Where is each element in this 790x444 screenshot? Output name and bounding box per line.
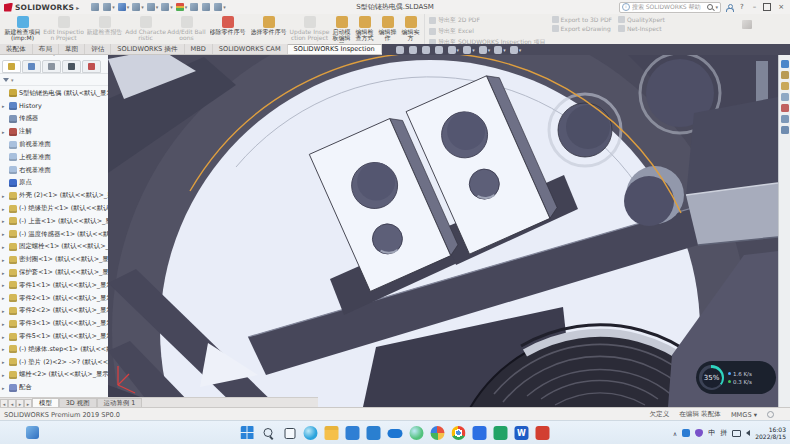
ime-mode-indicator[interactable]: 中 bbox=[708, 428, 715, 438]
tree-item[interactable]: ▸ (-) 上盖<1> (默认<<默认>_显示状 bbox=[0, 215, 108, 228]
forum-icon[interactable] bbox=[781, 126, 789, 134]
edit-measure-button[interactable]: 编辑实方 bbox=[399, 15, 422, 43]
expand-arrow-icon[interactable]: ▸ bbox=[2, 257, 7, 263]
display-style-icon[interactable]: ▾ bbox=[463, 46, 475, 54]
appearances-icon[interactable] bbox=[781, 104, 789, 112]
start-button[interactable] bbox=[241, 426, 255, 440]
featuremanager-tab[interactable] bbox=[2, 60, 21, 73]
expand-arrow-icon[interactable]: ▸ bbox=[2, 334, 7, 340]
search-icon[interactable] bbox=[707, 4, 713, 10]
tree-item[interactable]: ▸ 零件2<1> (默认<<默认>_显示状 bbox=[0, 292, 108, 305]
app-icon-teal[interactable] bbox=[494, 426, 508, 440]
tree-item[interactable]: ▸ 保护套<1> (默认<<默认>_显示状 bbox=[0, 266, 108, 279]
propertymanager-tab[interactable] bbox=[22, 60, 41, 73]
tree-item[interactable]: 原点 bbox=[0, 177, 108, 190]
tree-item[interactable]: ▸ 注解 bbox=[0, 125, 108, 138]
cast-icon[interactable] bbox=[732, 430, 741, 437]
select-balloons-button[interactable]: 选择零件序号 bbox=[248, 15, 289, 43]
command-tab[interactable]: SOLIDWORKS CAM bbox=[213, 44, 288, 54]
command-tab[interactable]: SOLIDWORKS Inspection bbox=[288, 44, 382, 54]
expand-arrow-icon[interactable]: ▸ bbox=[2, 359, 7, 365]
tree-item[interactable]: ▸ (-) 绝缘垫片<1> (默认<<默认>_显 bbox=[0, 202, 108, 215]
remove-balloons-button[interactable]: 移除零件序号 bbox=[207, 15, 248, 43]
tree-item[interactable]: 上视基准面 bbox=[0, 151, 108, 164]
tree-item[interactable]: ▸ 配合 bbox=[0, 381, 108, 394]
tree-item[interactable]: ▸ (-) 温度传感器<1> (默认<<默认>_ bbox=[0, 228, 108, 241]
expand-arrow-icon[interactable]: ▸ bbox=[2, 282, 7, 288]
home-icon[interactable] bbox=[91, 3, 100, 11]
expand-arrow-icon[interactable]: ▸ bbox=[2, 129, 7, 135]
command-tab[interactable]: SOLIDWORKS 插件 bbox=[111, 44, 184, 54]
expand-arrow-icon[interactable]: ▸ bbox=[2, 206, 7, 212]
hide-show-items-icon[interactable]: ▾ bbox=[479, 46, 491, 54]
tree-item[interactable]: ▸ 零件1<1> (默认<<默认>_显示状态 bbox=[0, 279, 108, 292]
tree-item[interactable]: ▸ 固定螺栓<1> (默认<<默认>_显示 bbox=[0, 241, 108, 254]
tree-item[interactable]: ▸ 零件2<2> (默认<<默认>_显示状 bbox=[0, 305, 108, 318]
dimxpertmanager-tab[interactable] bbox=[62, 60, 81, 73]
print-icon[interactable]: ▾ bbox=[147, 3, 159, 11]
edit-inspection-project-button[interactable]: Edit Inspection Project bbox=[43, 15, 84, 43]
section-view-icon[interactable] bbox=[422, 46, 431, 54]
expand-arrow-icon[interactable]: ▸ bbox=[2, 193, 7, 199]
graphics-viewport[interactable]: 35% 1.6 K/s 0.3 K/s bbox=[108, 55, 778, 407]
command-tab[interactable]: MBD bbox=[185, 44, 213, 54]
export-menu-item[interactable]: 导出至 2D PDF bbox=[429, 16, 546, 25]
close-button[interactable]: × bbox=[776, 3, 786, 11]
open-icon[interactable]: ▾ bbox=[118, 3, 130, 11]
performance-widget[interactable]: 35% 1.6 K/s 0.3 K/s bbox=[696, 361, 776, 394]
taskbar-clock[interactable]: 16:03 2022/8/15 bbox=[755, 426, 786, 440]
new-inspection-report-button[interactable]: 新建检查报告 bbox=[84, 15, 125, 43]
zoom-area-icon[interactable] bbox=[409, 46, 418, 54]
resources-icon[interactable] bbox=[781, 60, 789, 68]
design-library-icon[interactable] bbox=[781, 71, 789, 79]
tray-expand-icon[interactable]: ∧ bbox=[673, 430, 677, 437]
file-properties-icon[interactable] bbox=[202, 3, 211, 11]
save-icon[interactable]: ▾ bbox=[132, 3, 144, 11]
tray-shield-icon[interactable] bbox=[695, 429, 703, 437]
export-menu-item[interactable]: 导出至 Excel bbox=[429, 27, 546, 36]
expand-arrow-icon[interactable]: ▸ bbox=[2, 244, 7, 250]
configurationmanager-tab[interactable] bbox=[42, 60, 61, 73]
help-button[interactable]: ? bbox=[738, 3, 746, 11]
update-inspection-project-button[interactable]: Update Inspection Project bbox=[289, 15, 330, 43]
tree-item[interactable]: ▸ (-) 垫片 (2)<2> ->? (默认<<默认 bbox=[0, 356, 108, 369]
command-tab[interactable]: 评估 bbox=[85, 44, 111, 54]
login-icon[interactable] bbox=[726, 4, 733, 11]
units-selector[interactable]: MMGS ▾ bbox=[731, 411, 757, 419]
custom-properties-icon[interactable] bbox=[781, 115, 789, 123]
volume-icon[interactable] bbox=[746, 430, 750, 436]
search-caret-icon[interactable]: ▾ bbox=[715, 4, 718, 10]
ime-name-indicator[interactable]: 拼 bbox=[720, 428, 727, 438]
export-menu-item[interactable]: Export to 3D PDF bbox=[552, 16, 613, 23]
new-document-icon[interactable]: ▾ bbox=[103, 3, 115, 11]
rebuild-icon[interactable] bbox=[190, 3, 199, 11]
counterbore[interactable] bbox=[624, 176, 674, 226]
onedrive-icon[interactable] bbox=[388, 429, 403, 438]
app-icon-colorwheel[interactable] bbox=[431, 426, 445, 440]
app-icon-red[interactable] bbox=[536, 426, 550, 440]
export-menu-item[interactable]: QualityXpert bbox=[618, 16, 665, 23]
file-explorer-icon[interactable] bbox=[325, 426, 339, 440]
help-search-box[interactable]: i 搜索 SOLIDWORKS 帮助 ▾ bbox=[619, 2, 721, 13]
tree-item[interactable]: ▸ History bbox=[0, 100, 108, 113]
app-icon-green[interactable] bbox=[410, 426, 424, 440]
task-view-button[interactable] bbox=[283, 426, 297, 440]
undo-icon[interactable]: ▾ bbox=[161, 3, 173, 11]
pinned-app-icon[interactable] bbox=[26, 426, 39, 439]
export-menu-item[interactable]: Net-Inspect bbox=[618, 25, 665, 32]
command-tab[interactable]: 装配体 bbox=[0, 44, 33, 54]
store-icon[interactable] bbox=[367, 426, 381, 440]
displaymanager-tab[interactable] bbox=[82, 60, 101, 73]
add-characteristic-button[interactable]: Add Characteristic bbox=[125, 15, 166, 43]
edit-operation-button[interactable]: 编辑操作 bbox=[376, 15, 399, 43]
tree-item[interactable]: ▸ 密封圈<1> (默认<<默认>_显示状 bbox=[0, 253, 108, 266]
tree-item[interactable]: 前视基准面 bbox=[0, 138, 108, 151]
edit-appearance-icon[interactable]: ▾ bbox=[494, 46, 506, 54]
status-options-icon[interactable] bbox=[767, 411, 774, 418]
filter-caret-icon[interactable]: ▾ bbox=[11, 77, 14, 83]
expand-arrow-icon[interactable]: ▸ bbox=[2, 321, 7, 327]
expand-arrow-icon[interactable]: ▸ bbox=[2, 103, 7, 109]
expand-arrow-icon[interactable]: ▸ bbox=[2, 218, 7, 224]
tree-item[interactable]: ▸ 零件3<1> (默认<<默认>_显示状 bbox=[0, 317, 108, 330]
tree-item[interactable]: 传感器 bbox=[0, 113, 108, 126]
